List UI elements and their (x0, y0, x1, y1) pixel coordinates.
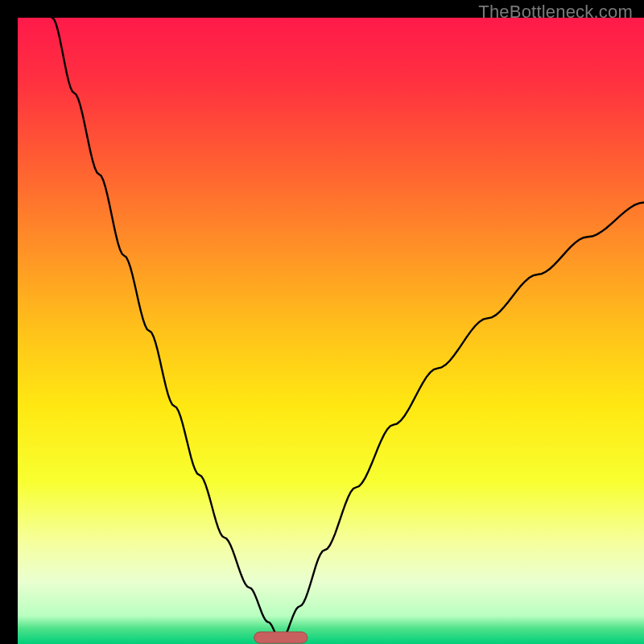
bottleneck-chart (18, 18, 644, 644)
chart-frame (9, 9, 635, 635)
optimum-marker (254, 632, 308, 643)
watermark-text: TheBottleneck.com (478, 2, 633, 23)
marker-layer (254, 632, 308, 643)
gradient-background (18, 18, 644, 644)
